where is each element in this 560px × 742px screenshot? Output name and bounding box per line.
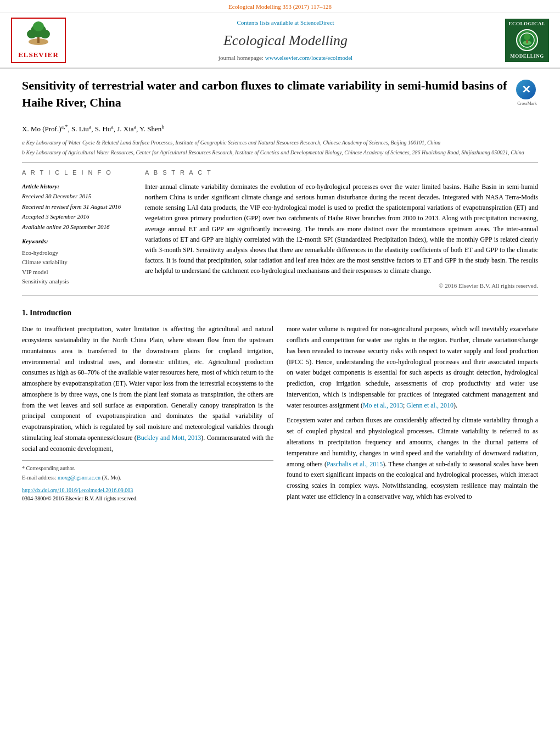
crossmark-logo: ✕ CrossMark (516, 80, 538, 107)
email-suffix: (X. Mo). (102, 475, 121, 481)
crossmark-icon: ✕ (516, 80, 536, 99)
keyword-3: VIP model (22, 267, 132, 277)
intro-left-col: Due to insufficient precipitation, water… (22, 324, 273, 507)
copyright-line: © 2016 Elsevier B.V. All rights reserved… (145, 281, 538, 291)
buckley-link[interactable]: Buckley and Mott, 2013 (137, 434, 201, 442)
intro-left-p1: Due to insufficient precipitation, water… (22, 324, 273, 455)
intro-right-p1: more water volume is required for non-ag… (287, 324, 538, 411)
header-section: ELSEVIER Contents lists available at Sci… (0, 13, 560, 69)
abstract-col: A B S T R A C T Inter-annual climate var… (145, 168, 538, 290)
contents-label: Contents lists available at (237, 19, 299, 26)
keyword-4: Sensitivity analysis (22, 277, 132, 286)
keyword-2: Climate variability (22, 258, 132, 267)
svg-point-4 (40, 30, 50, 38)
eco-modelling-logo: ECOLOGICAL MODELLING (505, 19, 549, 62)
article-info-col: A R T I C L E I N F O Article history: R… (22, 168, 132, 290)
footnote-corresponding: * Corresponding author. (22, 464, 273, 472)
main-content: Sensitivity of terrestrial water and car… (0, 69, 560, 518)
article-info-header: A R T I C L E I N F O (22, 168, 132, 177)
homepage-label: journal homepage: (219, 54, 264, 61)
article-info-abstract: A R T I C L E I N F O Article history: R… (22, 168, 538, 290)
elsevier-logo: ELSEVIER (11, 18, 66, 64)
divider-2 (22, 295, 538, 296)
intro-two-col: Due to insufficient precipitation, water… (22, 324, 538, 507)
intro-right-p2: Ecosystem water and carbon fluxes are co… (287, 415, 538, 502)
authors-line: X. Mo (Prof.)a,*, S. Liua, S. Hua, J. Xi… (22, 122, 538, 135)
journal-homepage: journal homepage: www.elsevier.com/locat… (77, 53, 494, 63)
eco-logo-title1: ECOLOGICAL (507, 21, 547, 27)
available-date: Available online 20 September 2016 (22, 222, 132, 232)
footnote-email: E-mail address: moxg@igsnrr.ac.cn (X. Mo… (22, 473, 273, 482)
eco-logo-title2: MODELLING (507, 53, 547, 60)
sciencedirect-link[interactable]: ScienceDirect (300, 19, 334, 26)
homepage-url[interactable]: www.elsevier.com/locate/ecolmodel (265, 54, 352, 61)
intro-right-col: more water volume is required for non-ag… (287, 324, 538, 507)
divider-1 (22, 162, 538, 163)
abstract-text: Inter-annual climate variability dominat… (145, 182, 538, 277)
intro-section: 1. Introduction Due to insufficient prec… (22, 307, 538, 507)
affiliation-a: a Key Laboratory of Water Cycle & Relate… (22, 138, 538, 147)
section-number: 1. (22, 309, 28, 317)
article-title-section: Sensitivity of terrestrial water and car… (22, 77, 538, 116)
eco-logo-circle (516, 29, 538, 51)
doi-link[interactable]: http://dx.doi.org/10.1016/j.ecolmodel.20… (22, 487, 133, 493)
email-label: E-mail address: (22, 475, 56, 481)
footnote-section: * Corresponding author. E-mail address: … (22, 460, 273, 482)
contents-line: Contents lists available at ScienceDirec… (77, 18, 494, 27)
elsevier-wordmark: ELSEVIER (14, 49, 63, 60)
accepted-date: Accepted 3 September 2016 (22, 212, 132, 221)
journal-citation: Ecological Modelling 353 (2017) 117–128 (228, 3, 332, 10)
keywords-label: Keywords: (22, 237, 132, 246)
glenn-link[interactable]: Glenn et al., 2010 (406, 401, 453, 409)
mo-link[interactable]: Mo et al., 2013 (363, 401, 403, 409)
svg-point-3 (27, 30, 37, 38)
authors-text: X. Mo (Prof.)a,*, S. Liua, S. Hua, J. Xi… (22, 125, 164, 133)
received-date: Received 30 December 2015 (22, 192, 132, 201)
doi-section: http://dx.doi.org/10.1016/j.ecolmodel.20… (22, 486, 273, 503)
abstract-header: A B S T R A C T (145, 168, 538, 177)
email-link[interactable]: moxg@igsnrr.ac.cn (58, 475, 100, 481)
affiliation-b: b Key Laboratory of Agricultural Water R… (22, 148, 538, 157)
svg-point-9 (524, 34, 530, 40)
keyword-1: Eco-hydrology (22, 248, 132, 258)
svg-point-5 (33, 21, 44, 31)
journal-title: Ecological Modelling (77, 30, 494, 51)
revised-date: Received in revised form 31 August 2016 (22, 202, 132, 211)
article-title: Sensitivity of terrestrial water and car… (22, 77, 511, 111)
section-title-text: Introduction (30, 309, 71, 317)
header-center: Contents lists available at ScienceDirec… (66, 18, 505, 62)
issn-text: 0304-3800/© 2016 Elsevier B.V. All right… (22, 495, 137, 501)
paschalis-link[interactable]: Paschalis et al., 2015 (327, 460, 383, 468)
top-bar: Ecological Modelling 353 (2017) 117–128 (0, 0, 560, 13)
keywords-section: Keywords: Eco-hydrology Climate variabil… (22, 237, 132, 286)
article-history-label: Article history: (22, 182, 132, 191)
seasonal-word: seasonal (469, 460, 492, 468)
intro-title: 1. Introduction (22, 307, 538, 319)
